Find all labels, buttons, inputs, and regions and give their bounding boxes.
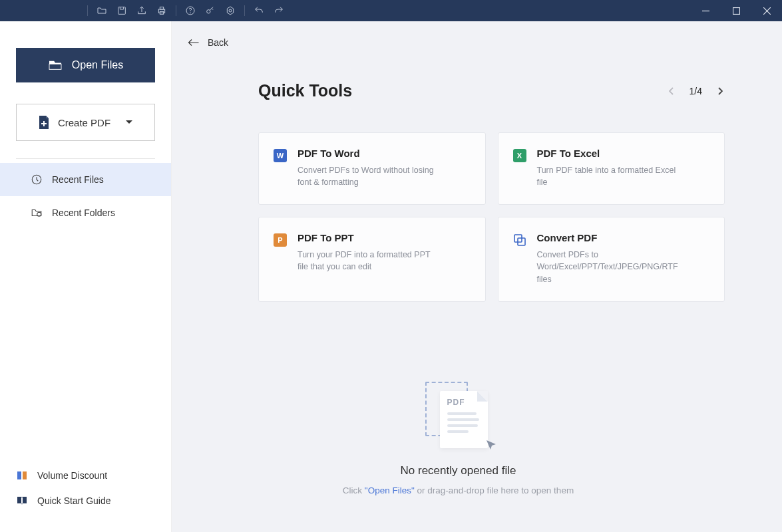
- tool-desc: Convert PDFs to Word without losing font…: [297, 164, 437, 188]
- svg-rect-16: [23, 471, 27, 479]
- maximize-button[interactable]: [721, 0, 751, 21]
- empty-subtitle: Click "Open Files" or drag-and-drop file…: [343, 485, 574, 495]
- svg-rect-12: [43, 121, 45, 126]
- settings-icon[interactable]: [224, 5, 236, 17]
- save-icon[interactable]: [116, 5, 128, 17]
- svg-rect-2: [160, 7, 163, 9]
- clock-icon: [31, 174, 43, 186]
- quick-start-guide-link[interactable]: Quick Start Guide: [0, 488, 171, 513]
- book-icon: [16, 495, 28, 507]
- main-area: Back Quick Tools 1/4 W PDF To Word Conve…: [172, 21, 782, 532]
- volume-discount-icon: [16, 469, 28, 481]
- sidebar-divider: [16, 158, 155, 159]
- tool-desc: Convert PDFs to Word/Excel/PPT/Text/JPEG…: [537, 249, 677, 285]
- svg-rect-9: [733, 7, 739, 14]
- help-icon[interactable]: [184, 5, 196, 17]
- pager: 1/4: [667, 86, 725, 96]
- tool-desc: Turn your PDF into a formatted PPT file …: [297, 249, 437, 273]
- svg-rect-1: [158, 9, 164, 13]
- tool-desc: Turn PDF table into a formatted Excel fi…: [537, 164, 677, 188]
- pager-prev[interactable]: [667, 86, 676, 96]
- empty-sub-post: or drag-and-drop file here to open them: [415, 485, 574, 495]
- create-pdf-button[interactable]: Create PDF: [16, 104, 155, 141]
- tool-convert-pdf[interactable]: Convert PDF Convert PDFs to Word/Excel/P…: [498, 217, 725, 301]
- pdf-illustration: PDF: [425, 382, 492, 450]
- tool-pdf-to-excel[interactable]: X PDF To Excel Turn PDF table into a for…: [498, 132, 725, 205]
- key-icon[interactable]: [204, 5, 216, 17]
- toolbar-separator: [244, 5, 245, 16]
- sidebar-item-recent-files[interactable]: Recent Files: [0, 163, 171, 196]
- word-icon: W: [274, 149, 287, 162]
- svg-point-8: [229, 9, 232, 12]
- redo-icon[interactable]: [273, 5, 285, 17]
- back-button[interactable]: Back: [172, 35, 725, 51]
- undo-icon[interactable]: [253, 5, 265, 17]
- create-pdf-icon: [38, 116, 50, 129]
- volume-discount-link[interactable]: Volume Discount: [0, 463, 171, 488]
- tool-title: Convert PDF: [537, 232, 677, 243]
- toolbar-separator: [176, 5, 176, 16]
- tools-grid: W PDF To Word Convert PDFs to Word witho…: [258, 132, 725, 302]
- chevron-down-icon: [125, 120, 133, 125]
- open-files-label: Open Files: [72, 59, 123, 71]
- tool-title: PDF To Excel: [537, 148, 677, 159]
- svg-point-5: [190, 13, 191, 13]
- back-label: Back: [208, 37, 228, 48]
- share-icon[interactable]: [136, 5, 148, 17]
- print-icon[interactable]: [156, 5, 168, 17]
- empty-sub-pre: Click: [343, 485, 365, 495]
- folder-icon: [48, 59, 63, 71]
- empty-title: No recently opened file: [401, 464, 516, 477]
- title-bar: [0, 0, 782, 21]
- minimize-button[interactable]: [690, 0, 721, 21]
- pdf-badge: PDF: [447, 398, 481, 407]
- create-pdf-label: Create PDF: [58, 117, 110, 128]
- empty-state: PDF No recently opened file Click "Open …: [225, 382, 691, 495]
- tool-pdf-to-word[interactable]: W PDF To Word Convert PDFs to Word witho…: [258, 132, 486, 205]
- excel-icon: X: [513, 149, 526, 162]
- svg-rect-15: [17, 471, 21, 479]
- folder-clock-icon: [31, 207, 43, 219]
- recent-files-label: Recent Files: [52, 174, 104, 185]
- open-icon[interactable]: [96, 5, 108, 17]
- sidebar-bottom: Volume Discount Quick Start Guide: [0, 463, 171, 532]
- volume-discount-label: Volume Discount: [37, 470, 107, 481]
- pager-next[interactable]: [715, 86, 725, 96]
- window-controls: [690, 0, 782, 21]
- toolbar-separator: [87, 5, 88, 16]
- sidebar-item-recent-folders[interactable]: Recent Folders: [0, 196, 171, 229]
- convert-icon: [513, 233, 526, 247]
- quick-start-guide-label: Quick Start Guide: [37, 495, 111, 506]
- ppt-icon: P: [274, 233, 287, 247]
- sidebar: Open Files Create PDF Recent Files Recen…: [0, 21, 172, 532]
- tool-title: PDF To PPT: [297, 232, 437, 243]
- cursor-icon: [485, 439, 497, 454]
- arrow-left-icon: [188, 38, 200, 47]
- open-files-button[interactable]: Open Files: [16, 48, 155, 82]
- page-title: Quick Tools: [258, 81, 352, 100]
- tool-title: PDF To Word: [297, 148, 437, 159]
- svg-point-6: [207, 10, 210, 13]
- svg-rect-0: [118, 7, 126, 15]
- pager-text: 1/4: [689, 86, 702, 96]
- open-files-link[interactable]: "Open Files": [365, 485, 415, 495]
- svg-marker-7: [227, 7, 233, 15]
- close-button[interactable]: [751, 0, 782, 21]
- recent-folders-label: Recent Folders: [52, 207, 115, 218]
- tool-pdf-to-ppt[interactable]: P PDF To PPT Turn your PDF into a format…: [258, 217, 486, 301]
- svg-rect-10: [49, 64, 61, 69]
